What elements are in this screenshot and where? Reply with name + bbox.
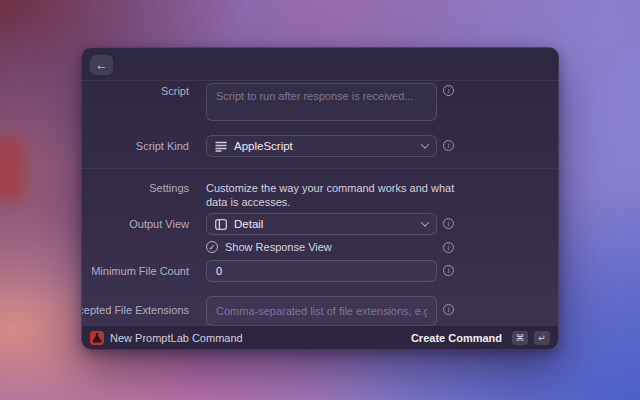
detail-view-icon	[215, 219, 227, 230]
show-response-view-label: Show Response View	[225, 241, 332, 253]
script-info-icon[interactable]: i	[443, 85, 454, 96]
flask-icon	[93, 333, 102, 343]
cmd-key-icon: ⌘	[512, 331, 528, 345]
accepted-file-extensions-label: Accepted File Extensions	[81, 304, 189, 316]
section-divider	[82, 168, 558, 169]
output-view-value: Detail	[234, 218, 415, 230]
minimum-file-count-label: Minimum File Count	[91, 265, 189, 277]
minimum-file-count-info-icon[interactable]: i	[443, 265, 454, 276]
chevron-down-icon	[421, 218, 429, 226]
script-textarea[interactable]	[206, 83, 437, 121]
wallpaper-red-blob	[0, 138, 24, 200]
checkbox-checked-icon[interactable]: ✓	[206, 241, 218, 253]
create-command-button[interactable]: Create Command	[411, 332, 502, 344]
promptlab-command-window: ← Script i Script Kind AppleScript i	[81, 47, 559, 350]
settings-label: Settings	[149, 182, 189, 194]
script-kind-value: AppleScript	[234, 140, 415, 152]
back-button[interactable]: ←	[90, 55, 113, 75]
action-bar: New PromptLab Command Create Command ⌘ ↵	[82, 325, 558, 349]
accepted-file-extensions-input[interactable]	[206, 296, 437, 326]
window-header: ←	[82, 48, 558, 81]
accepted-file-extensions-info-icon[interactable]: i	[443, 304, 454, 315]
script-kind-label: Script Kind	[136, 140, 189, 152]
script-kind-dropdown[interactable]: AppleScript	[206, 135, 437, 157]
chevron-down-icon	[421, 140, 429, 148]
command-title: New PromptLab Command	[110, 332, 405, 344]
return-key-icon: ↵	[534, 331, 550, 345]
script-kind-info-icon[interactable]: i	[443, 140, 454, 151]
script-label: Script	[161, 85, 189, 97]
output-view-label: Output View	[129, 218, 189, 230]
minimum-file-count-input[interactable]	[206, 260, 437, 282]
output-view-info-icon[interactable]: i	[443, 218, 454, 229]
show-response-view-info-icon[interactable]: i	[443, 242, 454, 253]
settings-description: Customize the way your command works and…	[206, 181, 456, 209]
script-lines-icon	[215, 141, 227, 152]
desktop-background: ← Script i Script Kind AppleScript i	[0, 0, 640, 400]
checkmark-icon: ✓	[209, 243, 216, 252]
show-response-view-row[interactable]: ✓ Show Response View	[206, 241, 332, 253]
promptlab-app-icon	[90, 331, 104, 345]
output-view-dropdown[interactable]: Detail	[206, 213, 437, 235]
back-arrow-icon: ←	[96, 58, 108, 72]
